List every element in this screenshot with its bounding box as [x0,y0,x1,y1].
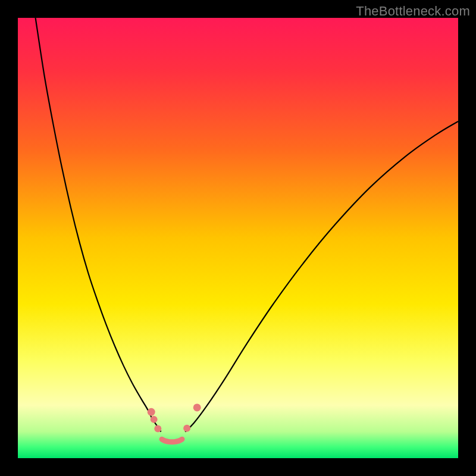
basin-fill [162,439,182,442]
chart-svg [18,18,458,458]
watermark-text: TheBottleneck.com [356,4,470,19]
left-marker-mid-point [151,416,158,423]
plot-frame [18,18,458,458]
right-marker-low-point [183,425,190,432]
right-marker-upper-point [193,403,201,411]
left-marker-upper-point [148,408,155,416]
left-marker-low-point [154,425,161,432]
gradient-background [18,18,458,458]
